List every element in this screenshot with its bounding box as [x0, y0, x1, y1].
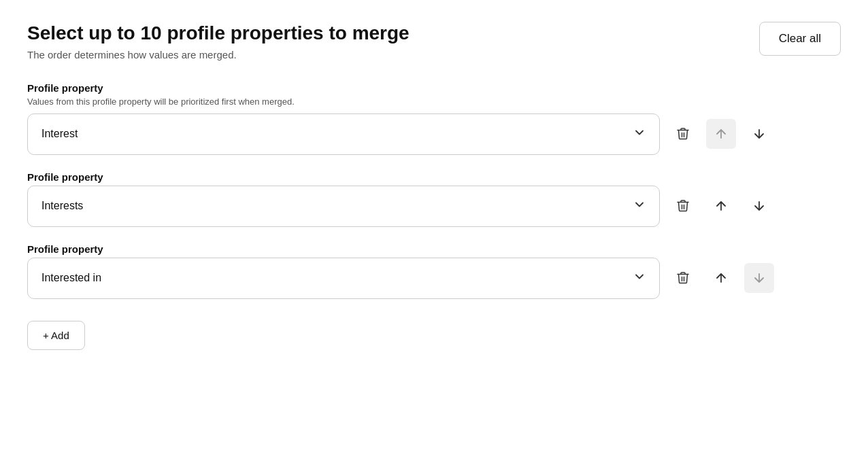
properties-list: Profile property Values from this profil…: [27, 82, 841, 299]
page-title: Select up to 10 profile properties to me…: [27, 22, 732, 45]
trash-icon: [675, 198, 690, 213]
property-block-2: Profile property Interested in: [27, 243, 841, 299]
move-down-button-2: [744, 263, 774, 293]
trash-icon: [675, 126, 690, 141]
move-up-button-0: [706, 119, 736, 149]
move-down-button-1[interactable]: [744, 191, 774, 221]
chevron-down-icon: [633, 126, 646, 142]
delete-button-1[interactable]: [668, 191, 698, 221]
property-select-0[interactable]: Interest: [27, 113, 660, 155]
arrow-down-icon: [752, 198, 767, 213]
property-label-1: Profile property: [27, 171, 841, 183]
trash-icon: [675, 270, 690, 285]
arrow-down-icon: [752, 126, 767, 141]
move-up-button-2[interactable]: [706, 263, 736, 293]
property-hint-0: Values from this profile property will b…: [27, 97, 841, 107]
move-down-button-0[interactable]: [744, 119, 774, 149]
clear-all-button[interactable]: Clear all: [759, 22, 841, 56]
arrow-up-icon: [714, 126, 729, 141]
select-value-2: Interested in: [41, 272, 101, 284]
property-select-2[interactable]: Interested in: [27, 258, 660, 299]
property-row-0: Interest: [27, 113, 841, 155]
select-value-1: Interests: [41, 200, 83, 212]
property-row-2: Interested in: [27, 258, 841, 299]
arrow-up-icon: [714, 270, 729, 285]
arrow-up-icon: [714, 198, 729, 213]
move-up-button-1[interactable]: [706, 191, 736, 221]
select-value-0: Interest: [41, 128, 78, 140]
page-header: Select up to 10 profile properties to me…: [27, 22, 841, 60]
property-row-1: Interests: [27, 186, 841, 227]
page-subtitle: The order determines how values are merg…: [27, 49, 732, 60]
arrow-down-icon: [752, 270, 767, 285]
property-select-1[interactable]: Interests: [27, 186, 660, 227]
property-block-1: Profile property Interests: [27, 171, 841, 227]
property-label-2: Profile property: [27, 243, 841, 255]
chevron-down-icon: [633, 270, 646, 286]
property-label-0: Profile property: [27, 82, 841, 94]
add-button[interactable]: + Add: [27, 321, 85, 350]
delete-button-0[interactable]: [668, 119, 698, 149]
property-block-0: Profile property Values from this profil…: [27, 82, 841, 155]
chevron-down-icon: [633, 198, 646, 214]
delete-button-2[interactable]: [668, 263, 698, 293]
title-block: Select up to 10 profile properties to me…: [27, 22, 732, 60]
